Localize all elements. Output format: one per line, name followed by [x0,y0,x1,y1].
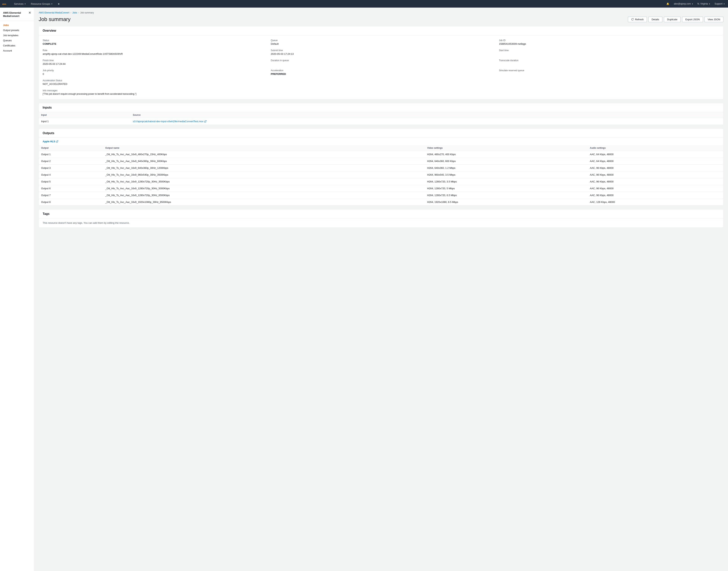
output-number: Output 8 [39,199,103,206]
output-video: H264, 1280x720, 3.5 Mbps [425,178,587,185]
output-name: _Ott_Hls_Ts_Avc_Aac_16x9_640x360p_30Hz_6… [103,158,425,164]
outputs-section: Outputs Apple HLS Output Output name Vid… [39,129,723,206]
breadcrumb-sep: › [71,11,71,14]
services-nav[interactable]: Services ▾ [13,0,27,8]
sidebar-item-job-templates[interactable]: Job templates [0,33,34,38]
acceleration-status-value: NOT_ACCELERATED [43,83,263,86]
user-menu[interactable]: alex@ajonp.com ▾ [673,0,694,8]
outputs-section-header: Outputs [39,129,723,138]
chevron-down-icon: ▾ [692,3,693,5]
inputs-section: Inputs Input Source Input 1 s3://ajonpca… [39,103,723,125]
output-audio: AAC, 96 Kbps, 48000 [587,192,723,199]
output-number: Output 6 [39,185,103,192]
app-layout: AWS Elemental MediaConvert ✕ Jobs Output… [0,8,728,571]
role-value: amplify-ajonp-cat-chat-dev-122249-MediaC… [43,52,263,55]
output-group-header: Apple HLS [39,138,723,145]
output-video: H264, 640x360, 1.2 Mbps [425,164,587,172]
chevron-down-icon: ▾ [52,3,52,5]
info-messages-value: ["This job doesn't require enough proces… [43,93,719,95]
inputs-col-source: Source [130,112,723,118]
export-json-button[interactable]: Export JSON [682,17,703,22]
output-video: H264, 1280x720, 6.5 Mbps [425,192,587,199]
tags-section-header: Tags [39,210,723,218]
acceleration-status-label: Acceleration Status [43,79,263,82]
finish-time-value: 2020-05-03 17:24:44 [43,63,263,66]
region-menu[interactable]: N. Virginia ▾ [696,0,711,8]
output-number: Output 1 [39,151,103,158]
chevron-down-icon: ▾ [724,3,725,5]
start-time-field: Start time [499,49,719,55]
tags-section: Tags This resource doesn't have any tags… [39,209,723,228]
output-name: _Ott_Hls_Ts_Avc_Aac_16x9_480x270p_15Hz_4… [103,151,425,158]
finish-time-label: Finish time [43,59,263,62]
sidebar-item-output-presets[interactable]: Output presets [0,28,34,33]
overview-section: Overview Status COMPLETE Queue Default J… [39,26,723,99]
acceleration-label: Acceleration [271,69,491,72]
overview-body: Status COMPLETE Queue Default Job ID 158… [39,35,723,99]
details-button[interactable]: Details [648,17,662,22]
outputs-table: Output Output name Video settings Audio … [39,145,723,205]
main-content: AWS Elemental MediaConvert › Jobs › Job … [34,8,728,571]
aws-logo[interactable]: aws [2,2,9,6]
tags-empty-message: This resource doesn't have any tags. You… [39,218,723,227]
sidebar-item-queues[interactable]: Queues [0,38,34,43]
table-row: Input 1 s3://ajonpcatchatvod-dev-input-x… [39,118,723,125]
output-audio: AAC, 64 Kbps, 48000 [587,151,723,158]
input-source-link[interactable]: s3://ajonpcatchatvod-dev-input-x0wh29iv/… [133,120,206,123]
table-row: Output 5 _Ott_Hls_Ts_Avc_Aac_16x9_1280x7… [39,178,723,185]
star-icon[interactable]: ★ [57,0,61,8]
output-name: _Ott_Hls_Ts_Avc_Aac_16x9_1280x720p_30Hz_… [103,178,425,185]
chevron-down-icon: ▾ [709,3,710,5]
queue-label: Queue [271,39,491,42]
submit-time-field: Submit time 2020-05-03 17:24:13 [271,49,491,55]
job-priority-value: 0 [43,73,263,76]
table-row: Output 8 _Ott_Hls_Ts_Avc_Aac_16x9_1920x1… [39,199,723,206]
outputs-col-audio: Audio settings [587,145,723,151]
sidebar-item-jobs[interactable]: Jobs [0,22,34,28]
chevron-down-icon: ▾ [25,3,25,5]
page-title: Job summary [39,16,71,22]
resource-groups-nav[interactable]: Resource Groups ▾ [30,0,54,8]
job-id-label: Job ID [499,39,719,42]
close-icon[interactable]: ✕ [28,11,31,14]
output-audio: AAC, 64 Kbps, 48000 [587,158,723,164]
input-source: s3://ajonpcatchatvod-dev-input-x0wh29iv/… [130,118,723,125]
acceleration-field: Acceleration PREFERRED [271,69,491,76]
breadcrumb-mediaconvert[interactable]: AWS Elemental MediaConvert [39,11,69,14]
duplicate-button[interactable]: Duplicate [664,17,680,22]
submit-time-value: 2020-05-03 17:24:13 [271,52,491,55]
table-row: Output 3 _Ott_Hls_Ts_Avc_Aac_16x9_640x36… [39,164,723,172]
inputs-table: Input Source Input 1 s3://ajonpcatchatvo… [39,112,723,125]
duration-queue-label: Duration in queue [271,59,491,62]
refresh-button[interactable]: Refresh [628,17,647,22]
transcode-duration-field: Transcode duration [499,59,719,66]
outputs-col-name: Output name [103,145,425,151]
top-nav: aws Services ▾ Resource Groups ▾ ★ 🔔 ale… [0,0,728,8]
apple-hls-link[interactable]: Apple HLS [43,140,58,143]
output-video: H264, 480x270, 400 Kbps [425,151,587,158]
output-name: _Ott_Hls_Ts_Avc_Aac_16x9_960x540p_30Hz_3… [103,172,425,178]
acceleration-status-field: Acceleration Status NOT_ACCELERATED [43,79,263,86]
outputs-col-output: Output [39,145,103,151]
bell-icon[interactable]: 🔔 [665,0,670,8]
output-number: Output 4 [39,172,103,178]
simulate-queue-label: Simulate reserved queue [499,69,719,72]
view-json-button[interactable]: View JSON [705,17,723,22]
duration-queue-field: Duration in queue [271,59,491,66]
external-link-icon [56,140,58,143]
output-number: Output 7 [39,192,103,199]
sidebar-item-certificates[interactable]: Certificates [0,43,34,48]
breadcrumb-jobs[interactable]: Jobs [72,11,77,14]
table-row: Output 1 _Ott_Hls_Ts_Avc_Aac_16x9_480x27… [39,151,723,158]
transcode-duration-label: Transcode duration [499,59,719,62]
job-id-value: 1588541053009-nw9qgs [499,42,719,45]
svg-text:aws: aws [2,3,6,5]
sidebar-item-account[interactable]: Account [0,48,34,53]
output-number: Output 2 [39,158,103,164]
output-audio: AAC, 128 Kbps, 48000 [587,199,723,206]
submit-time-label: Submit time [271,49,491,52]
support-menu[interactable]: Support ▾ [713,0,726,8]
refresh-icon [631,18,634,21]
role-field: Role amplify-ajonp-cat-chat-dev-122249-M… [43,49,263,55]
output-audio: AAC, 96 Kbps, 48000 [587,178,723,185]
